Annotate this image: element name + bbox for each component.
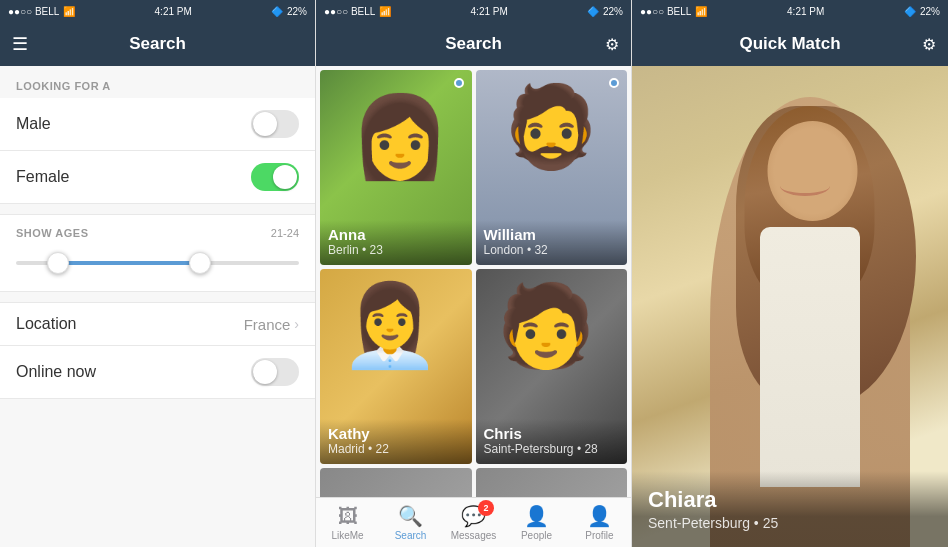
status-left-2: ●●○○ BELL 📶 bbox=[324, 6, 391, 17]
status-right-1: 🔷 22% bbox=[271, 6, 307, 17]
nav-bar-1: ☰ Search bbox=[0, 22, 315, 66]
result-card-partial-1[interactable] bbox=[320, 468, 472, 497]
result-location-anna: Berlin • 23 bbox=[328, 243, 464, 257]
online-filter-row: Online now bbox=[0, 346, 315, 399]
time-3: 4:21 PM bbox=[787, 6, 824, 17]
profile-label: Profile bbox=[585, 530, 613, 541]
messages-badge: 2 bbox=[478, 500, 494, 516]
people-label: People bbox=[521, 530, 552, 541]
wifi-icon-2: 📶 bbox=[379, 6, 391, 17]
search-icon: 🔍 bbox=[398, 504, 423, 528]
carrier-3: ●●○○ BELL bbox=[640, 6, 691, 17]
tab-people[interactable]: 👤 People bbox=[505, 498, 568, 547]
result-card-partial-2[interactable] bbox=[476, 468, 628, 497]
panel-quick-match: ●●○○ BELL 📶 4:21 PM 🔷 22% Quick Match ⚙ … bbox=[632, 0, 948, 547]
quickmatch-name: Chiara bbox=[648, 487, 932, 513]
messages-icon: 💬 2 bbox=[461, 504, 486, 528]
card-info-william: William London • 32 bbox=[476, 220, 628, 265]
tab-bar: 🖼 LikeMe 🔍 Search 💬 2 Messages 👤 People … bbox=[316, 497, 631, 547]
slider-track bbox=[16, 261, 299, 265]
male-toggle[interactable] bbox=[251, 110, 299, 138]
result-name-chris: Chris bbox=[484, 425, 620, 442]
chevron-right-icon: › bbox=[294, 316, 299, 332]
online-indicator-william bbox=[609, 78, 619, 88]
looking-for-label: LOOKING FOR A bbox=[0, 66, 315, 98]
online-toggle[interactable] bbox=[251, 358, 299, 386]
messages-label: Messages bbox=[451, 530, 497, 541]
status-bar-3: ●●○○ BELL 📶 4:21 PM 🔷 22% bbox=[632, 0, 948, 22]
quickmatch-location-text: Sent-Petersburg bbox=[648, 515, 750, 531]
show-ages-label: SHOW AGES bbox=[16, 227, 89, 239]
bluetooth-icon-2: 🔷 bbox=[587, 6, 599, 17]
hamburger-icon[interactable]: ☰ bbox=[12, 33, 28, 55]
result-location-william: London • 32 bbox=[484, 243, 620, 257]
result-card-william[interactable]: William London • 32 bbox=[476, 70, 628, 265]
age-header: SHOW AGES 21-24 bbox=[0, 215, 315, 243]
nav-bar-3: Quick Match ⚙ bbox=[632, 22, 948, 66]
status-left-1: ●●○○ BELL 📶 bbox=[8, 6, 75, 17]
wifi-icon-3: 📶 bbox=[695, 6, 707, 17]
filters-body: LOOKING FOR A Male Female SHOW AGES 21-2… bbox=[0, 66, 315, 547]
carrier-2: ●●○○ BELL bbox=[324, 6, 375, 17]
online-indicator-anna bbox=[454, 78, 464, 88]
online-label: Online now bbox=[16, 363, 96, 381]
male-filter-row: Male bbox=[0, 98, 315, 151]
status-right-3: 🔷 22% bbox=[904, 6, 940, 17]
bluetooth-icon-1: 🔷 bbox=[271, 6, 283, 17]
panel-search-filters: ●●○○ BELL 📶 4:21 PM 🔷 22% ☰ Search LOOKI… bbox=[0, 0, 316, 547]
battery-2: 22% bbox=[603, 6, 623, 17]
card-info-kathy: Kathy Madrid • 22 bbox=[320, 419, 472, 464]
location-value-text: France bbox=[244, 316, 291, 333]
result-name-william: William bbox=[484, 226, 620, 243]
status-bar-2: ●●○○ BELL 📶 4:21 PM 🔷 22% bbox=[316, 0, 631, 22]
tab-profile[interactable]: 👤 Profile bbox=[568, 498, 631, 547]
result-name-anna: Anna bbox=[328, 226, 464, 243]
status-right-2: 🔷 22% bbox=[587, 6, 623, 17]
wifi-icon-1: 📶 bbox=[63, 6, 75, 17]
likeme-label: LikeMe bbox=[331, 530, 363, 541]
result-card-anna[interactable]: Anna Berlin • 23 bbox=[320, 70, 472, 265]
tab-likeme[interactable]: 🖼 LikeMe bbox=[316, 498, 379, 547]
female-filter-row: Female bbox=[0, 151, 315, 204]
status-bar-1: ●●○○ BELL 📶 4:21 PM 🔷 22% bbox=[0, 0, 315, 22]
status-left-3: ●●○○ BELL 📶 bbox=[640, 6, 707, 17]
tab-search[interactable]: 🔍 Search bbox=[379, 498, 442, 547]
age-range-value: 21-24 bbox=[271, 227, 299, 239]
location-value: France › bbox=[244, 316, 299, 333]
age-section: SHOW AGES 21-24 bbox=[0, 214, 315, 292]
result-location-kathy: Madrid • 22 bbox=[328, 442, 464, 456]
nav-title-1: Search bbox=[129, 34, 186, 54]
female-toggle[interactable] bbox=[251, 163, 299, 191]
smile-shape bbox=[780, 176, 830, 196]
filter-icon-3[interactable]: ⚙ bbox=[922, 35, 936, 54]
panel-search-results: ●●○○ BELL 📶 4:21 PM 🔷 22% Search ⚙ Anna … bbox=[316, 0, 632, 547]
profile-icon: 👤 bbox=[587, 504, 612, 528]
result-location-chris: Saint-Petersburg • 28 bbox=[484, 442, 620, 456]
female-label: Female bbox=[16, 168, 69, 186]
nav-bar-2: Search ⚙ bbox=[316, 22, 631, 66]
location-label: Location bbox=[16, 315, 77, 333]
male-label: Male bbox=[16, 115, 51, 133]
time-1: 4:21 PM bbox=[155, 6, 192, 17]
result-card-kathy[interactable]: Kathy Madrid • 22 bbox=[320, 269, 472, 464]
card-info-chris: Chris Saint-Petersburg • 28 bbox=[476, 419, 628, 464]
quickmatch-overlay: Chiara Sent-Petersburg • 25 bbox=[632, 471, 948, 547]
quickmatch-age: 25 bbox=[763, 515, 779, 531]
carrier-1: ●●○○ BELL bbox=[8, 6, 59, 17]
result-card-chris[interactable]: Chris Saint-Petersburg • 28 bbox=[476, 269, 628, 464]
nav-title-3: Quick Match bbox=[739, 34, 840, 54]
results-grid: Anna Berlin • 23 William London • 32 Kat… bbox=[320, 70, 627, 497]
slider-thumb-right[interactable] bbox=[189, 252, 211, 274]
tab-messages[interactable]: 💬 2 Messages bbox=[442, 498, 505, 547]
age-slider-container bbox=[0, 243, 315, 291]
battery-1: 22% bbox=[287, 6, 307, 17]
slider-thumb-left[interactable] bbox=[47, 252, 69, 274]
quickmatch-content[interactable]: Chiara Sent-Petersburg • 25 bbox=[632, 66, 948, 547]
quickmatch-location-sep: • bbox=[754, 515, 763, 531]
face-shape bbox=[768, 121, 858, 221]
nav-title-2: Search bbox=[445, 34, 502, 54]
location-filter-row[interactable]: Location France › bbox=[0, 302, 315, 346]
body-shape bbox=[760, 227, 860, 487]
filter-icon-2[interactable]: ⚙ bbox=[605, 35, 619, 54]
quickmatch-location: Sent-Petersburg • 25 bbox=[648, 515, 932, 531]
